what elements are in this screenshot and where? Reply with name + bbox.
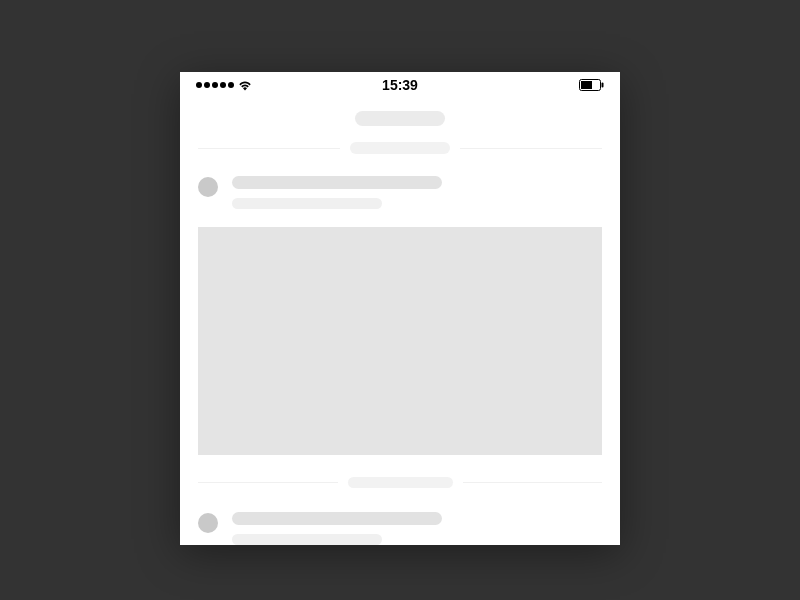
svg-rect-1	[581, 81, 592, 89]
feed-item	[198, 166, 602, 455]
feed-subtitle-placeholder	[232, 198, 382, 209]
avatar	[198, 177, 218, 197]
status-bar: 15:39	[180, 72, 620, 97]
content	[180, 97, 620, 545]
divider-label-placeholder	[348, 477, 453, 488]
feed-image-placeholder	[198, 227, 602, 455]
divider-line-left	[198, 148, 340, 149]
status-right	[579, 79, 604, 91]
feed-item-head	[198, 502, 602, 545]
header-title-placeholder	[355, 111, 445, 126]
avatar	[198, 513, 218, 533]
header-skeleton	[198, 97, 602, 136]
feed-title-placeholder	[232, 512, 442, 525]
wifi-icon	[238, 80, 252, 91]
feed-text-placeholder	[232, 176, 442, 209]
feed-item-head	[198, 166, 602, 209]
section-divider	[198, 136, 602, 166]
status-left	[196, 80, 252, 91]
feed-item	[198, 502, 602, 545]
signal-dots-icon	[196, 82, 234, 88]
feed-text-placeholder	[232, 512, 442, 545]
phone-frame: 15:39	[180, 72, 620, 545]
section-divider	[198, 455, 602, 502]
status-time: 15:39	[382, 77, 418, 93]
feed-subtitle-placeholder	[232, 534, 382, 545]
feed-title-placeholder	[232, 176, 442, 189]
battery-icon	[579, 79, 604, 91]
divider-line-right	[460, 148, 602, 149]
divider-label-placeholder	[350, 142, 450, 154]
divider-line-left	[198, 482, 338, 483]
svg-rect-2	[602, 83, 604, 88]
divider-line-right	[463, 482, 603, 483]
